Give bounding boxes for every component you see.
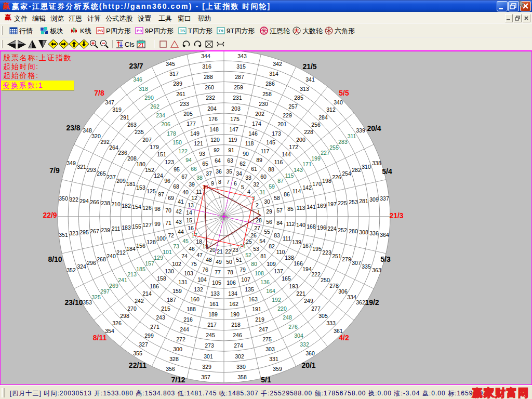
svg-text:227: 227	[321, 150, 330, 156]
svg-text:28: 28	[256, 217, 262, 223]
svg-text:249: 249	[304, 298, 313, 304]
svg-text:77: 77	[215, 269, 221, 275]
svg-text:269: 269	[109, 283, 118, 289]
svg-text:65: 65	[202, 161, 208, 167]
svg-text:21/5: 21/5	[302, 62, 316, 71]
svg-text:359: 359	[273, 366, 282, 372]
svg-text:49: 49	[216, 259, 222, 265]
svg-text:344: 344	[201, 53, 210, 59]
svg-text:104: 104	[197, 276, 207, 283]
svg-text:300: 300	[173, 346, 182, 352]
svg-text:83: 83	[274, 232, 280, 238]
svg-text:5/3: 5/3	[380, 255, 391, 263]
svg-text:145: 145	[266, 139, 275, 145]
svg-text:40: 40	[182, 189, 189, 195]
svg-text:235: 235	[135, 129, 144, 135]
svg-text:347: 347	[105, 99, 114, 105]
svg-text:166: 166	[294, 260, 303, 267]
svg-text:356: 356	[166, 366, 175, 372]
svg-text:68: 68	[173, 183, 179, 190]
svg-text:154: 154	[132, 204, 141, 210]
svg-text:207: 207	[142, 137, 152, 143]
svg-text:21: 21	[138, 43, 144, 48]
svg-text:72: 72	[168, 232, 174, 238]
svg-text:8/10: 8/10	[48, 255, 62, 263]
svg-text:322: 322	[69, 196, 78, 203]
svg-text:362: 362	[356, 299, 365, 305]
svg-text:137: 137	[274, 268, 283, 274]
svg-text:156: 156	[136, 243, 145, 249]
svg-text:30: 30	[264, 198, 270, 205]
svg-text:312: 312	[326, 107, 336, 113]
svg-text:211: 211	[112, 225, 121, 232]
svg-text:228: 228	[304, 129, 313, 135]
svg-text:159: 159	[172, 288, 182, 294]
svg-text:107: 107	[241, 276, 250, 283]
svg-text:279: 279	[342, 256, 351, 262]
svg-text:45: 45	[182, 238, 189, 244]
svg-text:197: 197	[327, 201, 337, 207]
svg-text:275: 275	[262, 336, 272, 342]
svg-text:259: 259	[234, 84, 243, 90]
svg-text:263: 263	[127, 122, 137, 128]
svg-text:56: 56	[266, 219, 272, 225]
svg-text:333: 333	[326, 320, 336, 326]
svg-text:58: 58	[274, 195, 280, 201]
svg-text:152: 152	[145, 167, 154, 173]
svg-text:130: 130	[165, 268, 174, 274]
svg-text:239: 239	[101, 227, 110, 233]
svg-text:44: 44	[178, 229, 184, 235]
svg-text:334: 334	[347, 294, 356, 300]
svg-text:202: 202	[255, 111, 264, 117]
svg-text:TS: TS	[180, 29, 185, 33]
svg-text:81: 81	[260, 253, 267, 259]
svg-text:7: 7	[227, 179, 230, 185]
svg-text:116: 116	[274, 159, 283, 165]
svg-text:184: 184	[126, 246, 136, 252]
svg-text:190: 190	[230, 311, 240, 317]
svg-text:260: 260	[205, 84, 214, 90]
svg-text:257: 257	[288, 103, 298, 110]
svg-text:162: 162	[229, 301, 238, 307]
svg-text:97: 97	[158, 191, 164, 197]
svg-text:169: 169	[317, 203, 326, 209]
svg-text:224: 224	[327, 225, 337, 232]
svg-text:306: 306	[338, 288, 348, 295]
svg-text:360: 360	[305, 350, 315, 356]
svg-text:2: 2	[256, 202, 259, 208]
svg-text:255: 255	[329, 144, 339, 151]
svg-text:85: 85	[287, 206, 294, 212]
svg-text:277: 277	[311, 305, 321, 312]
svg-text:248: 248	[283, 314, 292, 321]
svg-text:31: 31	[259, 189, 265, 195]
svg-text:16: 16	[188, 225, 194, 231]
svg-text:134: 134	[228, 290, 237, 297]
svg-text:292: 292	[100, 139, 110, 145]
svg-text:328: 328	[169, 356, 179, 362]
svg-text:47: 47	[196, 252, 203, 258]
svg-text:103: 103	[184, 270, 193, 276]
svg-text:5: 5	[241, 184, 244, 190]
svg-text:21: 21	[217, 248, 223, 255]
svg-text:22: 22	[225, 248, 231, 255]
svg-text:323: 323	[69, 230, 78, 236]
svg-text:193: 193	[289, 283, 298, 289]
svg-text:181: 181	[126, 181, 136, 187]
svg-text:321: 321	[77, 164, 86, 170]
svg-text:147: 147	[229, 126, 238, 132]
svg-text:25: 25	[246, 238, 252, 245]
svg-text:142: 142	[302, 184, 312, 191]
svg-text:311: 311	[348, 133, 356, 139]
svg-text:317: 317	[169, 71, 179, 77]
svg-text:223: 223	[322, 249, 331, 256]
svg-text:237: 237	[107, 174, 116, 180]
svg-text:126: 126	[142, 205, 152, 211]
svg-text:119: 119	[229, 137, 237, 143]
svg-text:331: 331	[269, 356, 278, 362]
svg-text:80: 80	[251, 261, 257, 267]
svg-text:219: 219	[255, 316, 264, 323]
svg-text:177: 177	[187, 121, 196, 127]
svg-text:6: 6	[234, 180, 237, 187]
svg-text:288: 288	[204, 74, 213, 80]
svg-text:36: 36	[216, 168, 222, 175]
